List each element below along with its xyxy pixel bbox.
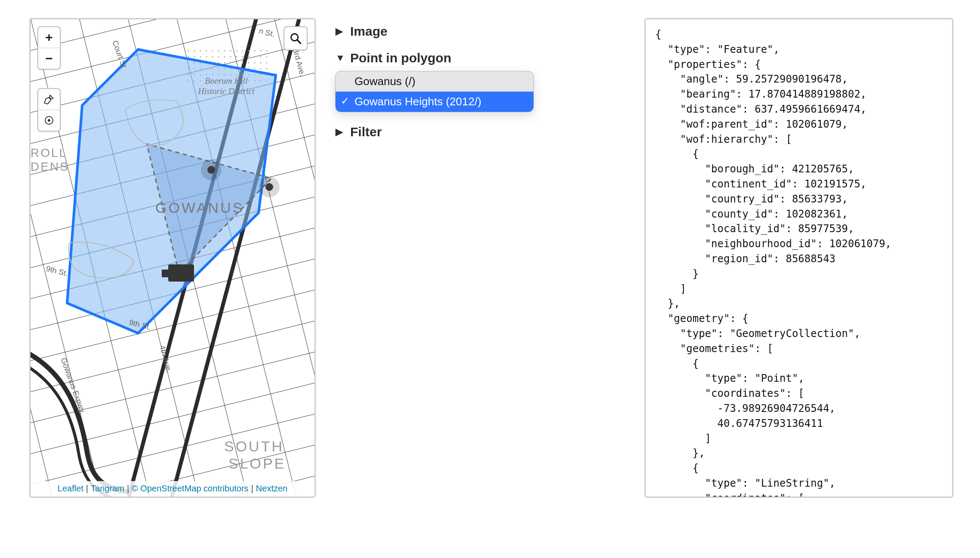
zoom-in-button[interactable]: + <box>38 27 60 48</box>
target-icon <box>44 115 54 126</box>
attrib-sep: | <box>127 484 129 494</box>
search-control <box>284 26 308 50</box>
svg-point-14 <box>265 183 273 191</box>
section-image[interactable]: Image <box>336 21 568 48</box>
svg-rect-9 <box>168 264 194 282</box>
map-label-south-1: SOUTH <box>224 438 284 454</box>
attrib-leaflet[interactable]: Leaflet <box>58 484 83 494</box>
search-button[interactable] <box>284 27 307 49</box>
chevron-right-icon <box>336 26 345 37</box>
controls-column: Image Point in polygon Gowanus (/) Gowan… <box>336 21 568 149</box>
point-tool-button[interactable] <box>38 110 60 131</box>
svg-point-12 <box>207 166 215 174</box>
pip-layer-dropdown[interactable]: Gowanus (/) Gowanus Heights (2012/) <box>336 71 533 112</box>
attrib-nextzen[interactable]: Nextzen <box>256 484 287 494</box>
section-point-in-polygon[interactable]: Point in polygon <box>336 48 568 75</box>
zoom-out-button[interactable]: − <box>38 48 60 69</box>
map-label-left-1: ROLL <box>31 146 67 159</box>
map-label-historic-2: Historic District <box>197 86 255 96</box>
section-filter[interactable]: Filter <box>336 122 568 149</box>
map-attribution: Leaflet | Tangram | © OpenStreetMap cont… <box>31 481 314 497</box>
attrib-sep: | <box>251 484 253 494</box>
attrib-osm[interactable]: © OpenStreetMap contributors <box>132 484 249 494</box>
section-filter-label: Filter <box>350 125 382 139</box>
dropdown-option-1[interactable]: Gowanus Heights (2012/) <box>336 92 533 112</box>
map-label-historic-1: Boerum Hill <box>205 76 248 86</box>
zoom-control: + − <box>37 26 61 70</box>
search-icon <box>290 32 302 44</box>
edit-tools-control <box>37 88 61 132</box>
map-panel[interactable]: GOWANUS Boerum Hill Historic District SO… <box>29 18 316 498</box>
geojson-text: { "type": "Feature", "properties": { "an… <box>646 19 952 498</box>
attrib-sep: | <box>86 484 88 494</box>
svg-point-16 <box>48 119 50 122</box>
section-image-label: Image <box>350 24 388 39</box>
broom-icon <box>43 94 55 105</box>
map-label-left-2: DENS <box>31 160 69 173</box>
section-pip-label: Point in polygon <box>350 51 451 65</box>
clear-tool-button[interactable] <box>38 89 60 110</box>
map-label-center: GOWANUS <box>155 199 244 216</box>
chevron-down-icon <box>336 52 345 64</box>
svg-rect-10 <box>162 270 169 277</box>
attrib-tangram[interactable]: Tangram <box>91 484 124 494</box>
dropdown-option-0[interactable]: Gowanus (/) <box>336 71 533 92</box>
map-label-south-2: SLOPE <box>228 455 286 472</box>
svg-line-18 <box>297 40 301 43</box>
map-tiles: GOWANUS Boerum Hill Historic District SO… <box>31 19 314 497</box>
chevron-right-icon <box>336 126 345 138</box>
geojson-panel[interactable]: { "type": "Feature", "properties": { "an… <box>644 18 953 498</box>
